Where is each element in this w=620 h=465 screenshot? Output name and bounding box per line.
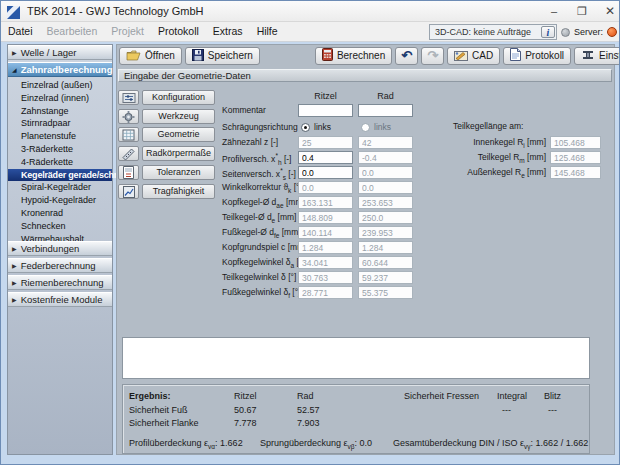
result-row-label: Sicherheit Flanke xyxy=(129,418,199,428)
form-row-schraegungsrichtung: Schrägungsrichtung links links xyxy=(1,121,620,135)
ritzel-helix-links-radio[interactable] xyxy=(301,123,310,132)
results-panel: Ergebnis: Ritzel Rad Sicherheit Fressen … xyxy=(122,384,590,454)
rad-fusskegelwinkel-input xyxy=(358,286,413,299)
form-row-teilkegel-durchmesser: Teilkegel-Ø de [mm] xyxy=(1,211,620,225)
result-value: --- xyxy=(548,405,557,415)
server-label: Server: xyxy=(574,27,603,37)
sidebar-item-einzelrad-innen[interactable]: Einzelrad (innen) xyxy=(8,92,112,105)
results-col-blitz: Blitz xyxy=(544,391,561,401)
settings-clamp-icon xyxy=(581,49,595,63)
rad-kommentar-input[interactable] xyxy=(358,104,413,117)
rad-winkelkorrektur-input xyxy=(358,181,413,194)
ritzel-kommentar-input[interactable] xyxy=(298,104,353,117)
calculator-icon xyxy=(322,48,333,63)
row-label: Kopfgrundspiel c xyxy=(222,242,285,252)
column-header-ritzel: Ritzel xyxy=(298,91,353,101)
cad-button[interactable]: CAD xyxy=(447,47,500,65)
menubar: Datei Bearbeiten Projekt Protokoll Extra… xyxy=(1,22,620,42)
configuration-icon[interactable] xyxy=(118,90,139,105)
ritzel-winkelkorrektur-input xyxy=(298,181,353,194)
overlap-gesamt: Gesamtüberdeckung DIN / ISO εvγ: 1.662 /… xyxy=(393,438,588,450)
sidebar-section-label: Welle / Lager xyxy=(21,47,77,58)
calculate-button-label: Berechnen xyxy=(337,50,385,61)
settings-button[interactable]: Einstellungen xyxy=(574,47,620,65)
konfiguration-button[interactable]: Konfiguration xyxy=(142,90,215,105)
form-row-kopfkegelwinkel: Kopfkegelwinkel δa [°] xyxy=(1,256,620,270)
rad-kopfkegel-input xyxy=(358,196,413,209)
window-title: TBK 2014 - GWJ Technology GmbH xyxy=(27,5,203,17)
minimize-button[interactable]: – xyxy=(540,1,568,21)
collapsed-arrow-icon: ▶ xyxy=(12,49,17,56)
row-label: Kommentar xyxy=(222,105,266,115)
menu-extras[interactable]: Extras xyxy=(206,22,250,41)
row-label: Kopfkegelwinkel δ xyxy=(222,257,291,267)
form-row-kopfkegel-durchmesser: Kopfkegel-Ø dae [mm] xyxy=(1,196,620,210)
info-button[interactable]: i xyxy=(541,26,555,38)
calculate-button[interactable]: Berechnen xyxy=(315,47,392,65)
cad-button-label: CAD xyxy=(472,50,493,61)
rad-kopfgrundspiel-input xyxy=(358,241,413,254)
settings-button-label: Einstellungen xyxy=(599,50,620,61)
expanded-arrow-icon: ◢ xyxy=(12,66,17,73)
sidebar-section-welle-lager[interactable]: ▶ Welle / Lager xyxy=(8,45,112,60)
document-icon xyxy=(510,48,521,63)
ritzel-teilkegel-input xyxy=(298,211,353,224)
results-col-integral: Integral xyxy=(497,391,527,401)
row-label: Fußkegel-Ø d xyxy=(222,227,274,237)
sidebar-section-zahnradberechnung[interactable]: ◢ Zahnradberechnung xyxy=(8,62,112,77)
floppy-disk-icon xyxy=(192,49,204,63)
undo-icon: ↶ xyxy=(401,49,412,62)
redo-button: ↷ xyxy=(421,47,444,65)
ritzel-kopfkegel-input xyxy=(298,196,353,209)
menu-hilfe[interactable]: Hilfe xyxy=(250,22,285,41)
column-header-rad: Rad xyxy=(358,91,413,101)
folder-icon xyxy=(126,49,141,63)
open-button-label: Öffnen xyxy=(145,50,175,61)
open-button[interactable]: Öffnen xyxy=(119,47,182,65)
maximize-button[interactable]: ❐ xyxy=(568,1,596,21)
row-label: Teilkegel-Ø d xyxy=(222,212,272,222)
rad-helix-links-radio xyxy=(361,123,370,132)
result-value: 7.903 xyxy=(297,418,320,428)
save-button[interactable]: Speichern xyxy=(185,47,260,65)
aussenkegel-input xyxy=(550,166,601,179)
cad-status-led xyxy=(561,28,570,37)
menu-datei[interactable]: Datei xyxy=(1,22,40,41)
cone-row-label: Teilkegel R xyxy=(478,152,520,162)
redo-icon: ↷ xyxy=(427,49,438,62)
row-label: Schrägungsrichtung xyxy=(222,122,298,132)
overlap-sprung: Sprungüberdeckung εvβ: 0.0 xyxy=(260,438,372,450)
save-button-label: Speichern xyxy=(208,50,253,61)
radio-label: links xyxy=(314,122,331,132)
cone-row-innenkegel: Innenkegel Ri [mm] xyxy=(1,136,620,150)
protocol-button-label: Protokoll xyxy=(525,50,564,61)
ritzel-fusskegelwinkel-input xyxy=(298,286,353,299)
form-row-kopfgrundspiel: Kopfgrundspiel c [mm] xyxy=(1,241,620,255)
message-output-box xyxy=(122,337,590,379)
undo-button[interactable]: ↶ xyxy=(395,47,418,65)
teilkegel-laenge-input xyxy=(550,151,601,164)
rad-teilkegel-input xyxy=(358,211,413,224)
results-col-fressen: Sicherheit Fressen xyxy=(404,391,479,401)
ritzel-kopfgrundspiel-input xyxy=(298,241,353,254)
radio-label: links xyxy=(374,122,391,132)
row-label: Winkelkorrektur ϑ xyxy=(222,182,288,192)
ritzel-kopfkegelwinkel-input xyxy=(298,256,353,269)
protocol-button[interactable]: Protokoll xyxy=(503,47,571,65)
form-row-winkelkorrektur: Winkelkorrektur ϑk [°] xyxy=(1,181,620,195)
ritzel-fusskegel-input xyxy=(298,226,353,239)
close-button[interactable]: ✕ xyxy=(596,1,620,21)
menu-protokoll[interactable]: Protokoll xyxy=(151,22,206,41)
sidebar-item-einzelrad-aussen[interactable]: Einzelrad (außen) xyxy=(8,79,112,92)
section-title: Eingabe der Geometrie-Daten xyxy=(124,70,251,81)
nav-row-konfiguration: Konfiguration xyxy=(118,90,215,105)
rad-fusskegel-input xyxy=(358,226,413,239)
server-led xyxy=(607,27,617,37)
app-icon xyxy=(7,5,20,18)
cone-row-teilkegel: Teilkegel Rm [mm] xyxy=(1,151,620,165)
form-row-fusskegelwinkel: Fußkegelwinkel δf [°] xyxy=(1,286,620,300)
titlebar: TBK 2014 - GWJ Technology GmbH – ❐ ✕ xyxy=(1,1,620,22)
cad-status-field: 3D-CAD: keine Aufträge i xyxy=(429,24,557,40)
results-col-rad: Rad xyxy=(297,391,314,401)
section-title-bar: Eingabe der Geometrie-Daten xyxy=(118,69,612,82)
